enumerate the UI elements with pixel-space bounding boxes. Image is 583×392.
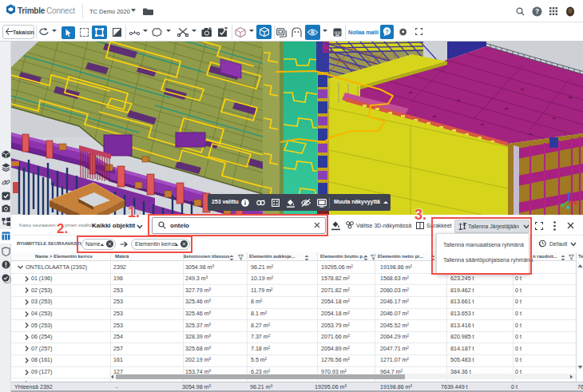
svg-text:?: ? [385,28,389,35]
svg-text:?: ? [535,7,539,15]
